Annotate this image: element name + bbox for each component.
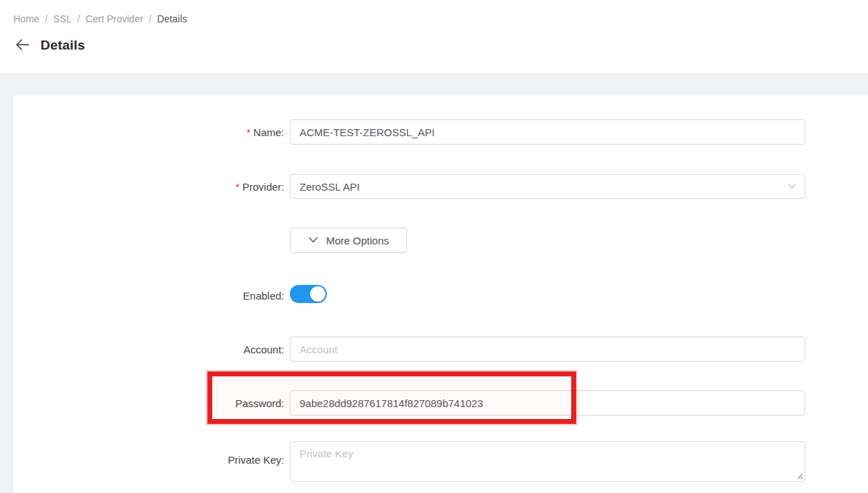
- provider-label: *Provider:: [13, 181, 284, 193]
- private-key-label: Private Key:: [13, 441, 284, 466]
- breadcrumb-item-ssl[interactable]: SSL: [53, 13, 71, 24]
- chevron-down-icon: [787, 182, 797, 193]
- name-input[interactable]: [290, 119, 805, 145]
- password-input[interactable]: [290, 390, 805, 415]
- form-card: *Name: *Provider: ZeroSSL API: [13, 96, 868, 493]
- password-label: Password:: [13, 397, 284, 409]
- form-row-name: *Name:: [13, 119, 868, 145]
- page-header: Home / SSL / Cert Provider / Details Det…: [0, 0, 868, 73]
- breadcrumb-separator: /: [45, 13, 47, 24]
- page-title: Details: [41, 38, 85, 53]
- breadcrumb-item-details: Details: [157, 13, 187, 24]
- breadcrumb-item-cert-provider[interactable]: Cert Provider: [86, 13, 143, 24]
- resize-grip-icon[interactable]: [796, 472, 803, 479]
- cert-provider-form: *Name: *Provider: ZeroSSL API: [13, 96, 868, 482]
- more-options-button[interactable]: More Options: [290, 228, 407, 253]
- account-input[interactable]: [290, 337, 805, 362]
- form-row-provider: *Provider: ZeroSSL API: [13, 174, 868, 199]
- required-marker: *: [236, 182, 240, 193]
- name-label: *Name:: [13, 126, 284, 138]
- more-options-label: More Options: [326, 235, 389, 246]
- form-row-more-options: More Options: [13, 228, 868, 253]
- account-label: Account:: [13, 344, 284, 355]
- breadcrumb: Home / SSL / Cert Provider / Details: [13, 0, 868, 24]
- form-row-account: Account:: [13, 337, 868, 362]
- breadcrumb-separator: /: [78, 13, 80, 24]
- breadcrumb-separator: /: [149, 13, 152, 24]
- private-key-textarea[interactable]: [290, 441, 805, 482]
- arrow-left-icon: [15, 39, 29, 52]
- provider-selected-value: ZeroSSL API: [300, 181, 360, 193]
- form-row-password: Password:: [13, 390, 868, 415]
- enabled-toggle[interactable]: [290, 285, 327, 303]
- enabled-label: Enabled:: [13, 290, 284, 302]
- required-marker: *: [247, 127, 250, 138]
- chevron-down-icon: [308, 235, 318, 246]
- provider-select[interactable]: ZeroSSL API: [290, 174, 805, 199]
- form-row-enabled: Enabled:: [13, 285, 868, 306]
- content-background: *Name: *Provider: ZeroSSL API: [0, 73, 868, 493]
- back-button[interactable]: [13, 36, 31, 54]
- toggle-knob: [310, 286, 325, 302]
- form-row-private-key: Private Key:: [13, 441, 868, 482]
- breadcrumb-item-home[interactable]: Home: [13, 13, 39, 24]
